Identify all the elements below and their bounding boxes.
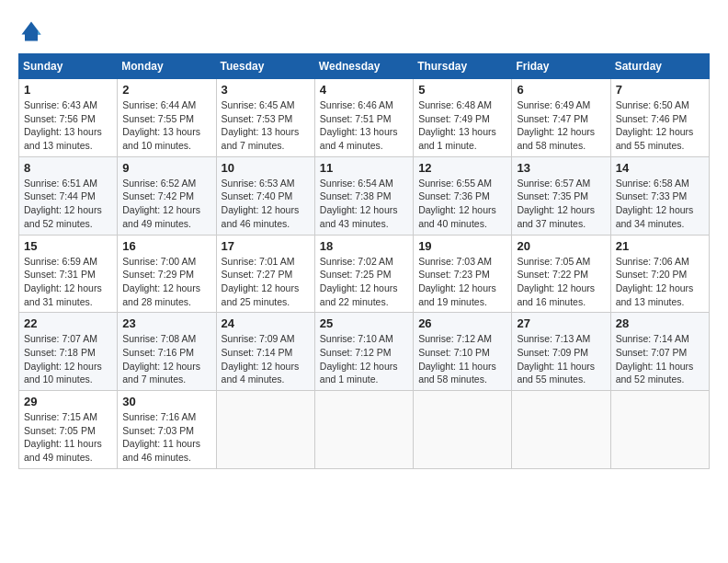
calendar-cell: 25 Sunrise: 7:10 AMSunset: 7:12 PMDaylig… bbox=[314, 313, 413, 391]
day-detail: Sunrise: 6:53 AMSunset: 7:40 PMDaylight:… bbox=[222, 177, 310, 231]
day-number: 2 bbox=[122, 83, 210, 97]
calendar-cell bbox=[216, 391, 314, 469]
logo bbox=[18, 18, 48, 44]
calendar-cell: 24 Sunrise: 7:09 AMSunset: 7:14 PMDaylig… bbox=[216, 313, 314, 391]
calendar-cell: 1 Sunrise: 6:43 AMSunset: 7:56 PMDayligh… bbox=[19, 79, 118, 157]
day-detail: Sunrise: 7:16 AMSunset: 7:03 PMDaylight:… bbox=[122, 410, 210, 465]
day-number: 14 bbox=[616, 161, 704, 175]
calendar-cell: 6 Sunrise: 6:49 AMSunset: 7:47 PMDayligh… bbox=[512, 79, 610, 157]
day-detail: Sunrise: 6:45 AMSunset: 7:53 PMDaylight:… bbox=[222, 98, 310, 153]
day-detail: Sunrise: 7:07 AMSunset: 7:18 PMDaylight:… bbox=[24, 332, 112, 386]
calendar-header-row: SundayMondayTuesdayWednesdayThursdayFrid… bbox=[19, 54, 710, 79]
calendar-cell: 26 Sunrise: 7:12 AMSunset: 7:10 PMDaylig… bbox=[414, 313, 512, 391]
day-detail: Sunrise: 7:10 AMSunset: 7:12 PMDaylight:… bbox=[320, 332, 408, 386]
day-number: 1 bbox=[24, 83, 112, 97]
calendar-cell: 5 Sunrise: 6:48 AMSunset: 7:49 PMDayligh… bbox=[414, 79, 512, 157]
calendar-cell bbox=[512, 391, 610, 469]
calendar-cell: 16 Sunrise: 7:00 AMSunset: 7:29 PMDaylig… bbox=[118, 235, 216, 313]
day-detail: Sunrise: 7:03 AMSunset: 7:23 PMDaylight:… bbox=[418, 255, 506, 309]
calendar-cell bbox=[314, 391, 413, 469]
day-detail: Sunrise: 6:51 AMSunset: 7:44 PMDaylight:… bbox=[24, 177, 112, 231]
day-number: 21 bbox=[616, 239, 704, 253]
day-number: 29 bbox=[24, 395, 112, 408]
calendar-cell: 7 Sunrise: 6:50 AMSunset: 7:46 PMDayligh… bbox=[610, 79, 709, 157]
calendar-cell: 2 Sunrise: 6:44 AMSunset: 7:55 PMDayligh… bbox=[118, 79, 216, 157]
calendar-cell: 21 Sunrise: 7:06 AMSunset: 7:20 PMDaylig… bbox=[610, 235, 709, 313]
day-detail: Sunrise: 7:13 AMSunset: 7:09 PMDaylight:… bbox=[517, 332, 605, 386]
day-number: 16 bbox=[122, 239, 210, 253]
day-number: 8 bbox=[24, 161, 112, 175]
calendar-cell: 12 Sunrise: 6:55 AMSunset: 7:36 PMDaylig… bbox=[414, 156, 512, 235]
calendar-cell: 3 Sunrise: 6:45 AMSunset: 7:53 PMDayligh… bbox=[216, 79, 314, 157]
calendar-cell: 11 Sunrise: 6:54 AMSunset: 7:38 PMDaylig… bbox=[314, 156, 413, 235]
day-detail: Sunrise: 6:50 AMSunset: 7:46 PMDaylight:… bbox=[616, 98, 704, 153]
day-detail: Sunrise: 7:06 AMSunset: 7:20 PMDaylight:… bbox=[616, 255, 704, 309]
day-number: 25 bbox=[320, 316, 408, 330]
calendar-cell: 18 Sunrise: 7:02 AMSunset: 7:25 PMDaylig… bbox=[314, 235, 413, 313]
calendar-cell: 29 Sunrise: 7:15 AMSunset: 7:05 PMDaylig… bbox=[19, 391, 118, 469]
calendar-cell: 4 Sunrise: 6:46 AMSunset: 7:51 PMDayligh… bbox=[314, 79, 413, 157]
day-number: 26 bbox=[418, 316, 506, 330]
day-number: 22 bbox=[24, 316, 112, 330]
day-number: 18 bbox=[320, 239, 408, 253]
day-number: 5 bbox=[418, 83, 506, 97]
day-number: 13 bbox=[517, 161, 605, 175]
day-detail: Sunrise: 6:55 AMSunset: 7:36 PMDaylight:… bbox=[418, 177, 506, 231]
day-number: 19 bbox=[418, 239, 506, 253]
calendar-cell: 20 Sunrise: 7:05 AMSunset: 7:22 PMDaylig… bbox=[512, 235, 610, 313]
day-number: 23 bbox=[122, 316, 210, 330]
day-number: 4 bbox=[320, 83, 408, 97]
day-number: 6 bbox=[517, 83, 605, 97]
calendar-week-row: 1 Sunrise: 6:43 AMSunset: 7:56 PMDayligh… bbox=[19, 79, 710, 157]
calendar-cell bbox=[610, 391, 709, 469]
day-detail: Sunrise: 6:52 AMSunset: 7:42 PMDaylight:… bbox=[122, 177, 210, 231]
day-detail: Sunrise: 6:43 AMSunset: 7:56 PMDaylight:… bbox=[24, 98, 112, 153]
day-number: 11 bbox=[320, 161, 408, 175]
day-detail: Sunrise: 7:12 AMSunset: 7:10 PMDaylight:… bbox=[418, 332, 506, 386]
day-number: 28 bbox=[616, 316, 704, 330]
day-detail: Sunrise: 7:00 AMSunset: 7:29 PMDaylight:… bbox=[122, 255, 210, 309]
calendar-cell: 28 Sunrise: 7:14 AMSunset: 7:07 PMDaylig… bbox=[610, 313, 709, 391]
calendar-week-row: 15 Sunrise: 6:59 AMSunset: 7:31 PMDaylig… bbox=[19, 235, 710, 313]
day-number: 27 bbox=[517, 316, 605, 330]
calendar-cell: 23 Sunrise: 7:08 AMSunset: 7:16 PMDaylig… bbox=[118, 313, 216, 391]
day-number: 7 bbox=[616, 83, 704, 97]
day-number: 30 bbox=[122, 395, 210, 408]
day-detail: Sunrise: 7:05 AMSunset: 7:22 PMDaylight:… bbox=[517, 255, 605, 309]
calendar-table: SundayMondayTuesdayWednesdayThursdayFrid… bbox=[18, 53, 710, 469]
page-header bbox=[18, 18, 710, 44]
day-detail: Sunrise: 7:09 AMSunset: 7:14 PMDaylight:… bbox=[222, 332, 310, 386]
calendar-cell: 22 Sunrise: 7:07 AMSunset: 7:18 PMDaylig… bbox=[19, 313, 118, 391]
day-number: 20 bbox=[517, 239, 605, 253]
calendar-cell: 13 Sunrise: 6:57 AMSunset: 7:35 PMDaylig… bbox=[512, 156, 610, 235]
calendar-cell: 27 Sunrise: 7:13 AMSunset: 7:09 PMDaylig… bbox=[512, 313, 610, 391]
weekday-header: Tuesday bbox=[216, 54, 314, 79]
calendar-cell: 14 Sunrise: 6:58 AMSunset: 7:33 PMDaylig… bbox=[610, 156, 709, 235]
day-detail: Sunrise: 7:08 AMSunset: 7:16 PMDaylight:… bbox=[122, 332, 210, 386]
calendar-week-row: 22 Sunrise: 7:07 AMSunset: 7:18 PMDaylig… bbox=[19, 313, 710, 391]
day-number: 24 bbox=[222, 316, 310, 330]
calendar-cell: 15 Sunrise: 6:59 AMSunset: 7:31 PMDaylig… bbox=[19, 235, 118, 313]
day-detail: Sunrise: 7:15 AMSunset: 7:05 PMDaylight:… bbox=[24, 410, 112, 465]
calendar-cell: 17 Sunrise: 7:01 AMSunset: 7:27 PMDaylig… bbox=[216, 235, 314, 313]
day-number: 3 bbox=[222, 83, 310, 97]
day-detail: Sunrise: 6:46 AMSunset: 7:51 PMDaylight:… bbox=[320, 98, 408, 153]
calendar-cell: 19 Sunrise: 7:03 AMSunset: 7:23 PMDaylig… bbox=[414, 235, 512, 313]
day-detail: Sunrise: 6:48 AMSunset: 7:49 PMDaylight:… bbox=[418, 98, 506, 153]
day-number: 12 bbox=[418, 161, 506, 175]
calendar-cell: 10 Sunrise: 6:53 AMSunset: 7:40 PMDaylig… bbox=[216, 156, 314, 235]
weekday-header: Saturday bbox=[610, 54, 709, 79]
day-detail: Sunrise: 6:54 AMSunset: 7:38 PMDaylight:… bbox=[320, 177, 408, 231]
day-detail: Sunrise: 6:59 AMSunset: 7:31 PMDaylight:… bbox=[24, 255, 112, 309]
weekday-header: Wednesday bbox=[314, 54, 413, 79]
calendar-week-row: 29 Sunrise: 7:15 AMSunset: 7:05 PMDaylig… bbox=[19, 391, 710, 469]
day-number: 15 bbox=[24, 239, 112, 253]
calendar-week-row: 8 Sunrise: 6:51 AMSunset: 7:44 PMDayligh… bbox=[19, 156, 710, 235]
calendar-cell: 30 Sunrise: 7:16 AMSunset: 7:03 PMDaylig… bbox=[118, 391, 216, 469]
calendar-cell bbox=[414, 391, 512, 469]
logo-icon bbox=[18, 18, 44, 44]
day-detail: Sunrise: 6:49 AMSunset: 7:47 PMDaylight:… bbox=[517, 98, 605, 153]
day-detail: Sunrise: 7:01 AMSunset: 7:27 PMDaylight:… bbox=[222, 255, 310, 309]
weekday-header: Friday bbox=[512, 54, 610, 79]
weekday-header: Thursday bbox=[414, 54, 512, 79]
